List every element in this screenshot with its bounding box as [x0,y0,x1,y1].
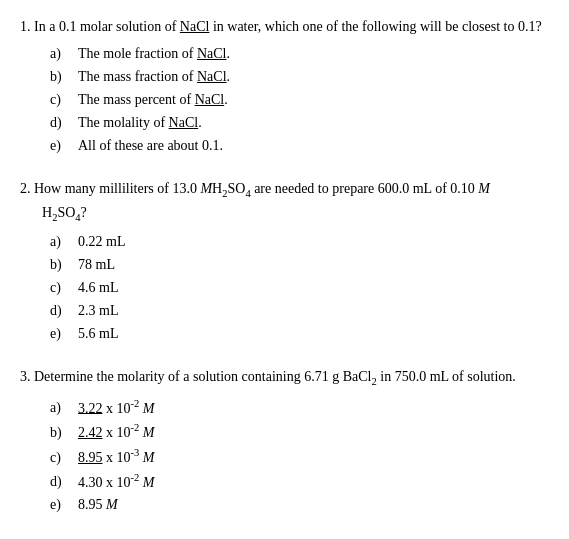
q2-option-b-label: b) [50,254,78,275]
list-item: b) 2.42 x 10-2 M [50,420,549,443]
q1-option-b-text: The mass fraction of NaCl. [78,66,230,87]
question-3: 3. Determine the molarity of a solution … [20,366,549,515]
list-item: d) 4.30 x 10-2 M [50,470,549,493]
list-item: b) 78 mL [50,254,549,275]
q3-content: 3. Determine the molarity of a solution … [20,369,516,384]
q2-option-c-label: c) [50,277,78,298]
list-item: b) The mass fraction of NaCl. [50,66,549,87]
q1-number: 1. In a 0.1 molar solution of NaCl in wa… [20,19,542,34]
list-item: e) 5.6 mL [50,323,549,344]
q2-option-e-label: e) [50,323,78,344]
list-item: d) 2.3 mL [50,300,549,321]
q1-option-a-label: a) [50,43,78,64]
q2-content-cont: H2SO4? [20,205,87,220]
q2-option-d-text: 2.3 mL [78,300,118,321]
q3-option-b-label: b) [50,422,78,443]
q1-option-d-label: d) [50,112,78,133]
question-2-text: 2. How many milliliters of 13.0 MH2SO4 a… [20,178,549,225]
question-2: 2. How many milliliters of 13.0 MH2SO4 a… [20,178,549,344]
q2-option-e-text: 5.6 mL [78,323,118,344]
question-1-text: 1. In a 0.1 molar solution of NaCl in wa… [20,16,549,37]
q1-option-e-label: e) [50,135,78,156]
q3-option-a-label: a) [50,397,78,418]
list-item: a) The mole fraction of NaCl. [50,43,549,64]
list-item: d) The molality of NaCl. [50,112,549,133]
question-1: 1. In a 0.1 molar solution of NaCl in wa… [20,16,549,156]
q3-option-e-label: e) [50,494,78,515]
list-item: a) 0.22 mL [50,231,549,252]
q2-option-b-text: 78 mL [78,254,115,275]
q2-options: a) 0.22 mL b) 78 mL c) 4.6 mL d) 2.3 mL … [20,231,549,344]
q1-option-e-text: All of these are about 0.1. [78,135,223,156]
q1-option-a-text: The mole fraction of NaCl. [78,43,230,64]
question-3-text: 3. Determine the molarity of a solution … [20,366,549,390]
q1-option-d-text: The molality of NaCl. [78,112,202,133]
q3-option-b-text: 2.42 x 10-2 M [78,420,154,443]
q1-option-b-label: b) [50,66,78,87]
q3-option-c-text: 8.95 x 10-3 M [78,445,154,468]
q3-option-d-text: 4.30 x 10-2 M [78,470,154,493]
q1-nacl: NaCl [180,19,210,34]
list-item: e) 8.95 M [50,494,549,515]
list-item: c) The mass percent of NaCl. [50,89,549,110]
q3-option-a-text: 3.22 x 10-2 M [78,396,154,419]
q3-option-c-label: c) [50,447,78,468]
q2-option-c-text: 4.6 mL [78,277,118,298]
q1-options: a) The mole fraction of NaCl. b) The mas… [20,43,549,156]
list-item: a) 3.22 x 10-2 M [50,396,549,419]
list-item: c) 8.95 x 10-3 M [50,445,549,468]
q1-option-c-text: The mass percent of NaCl. [78,89,228,110]
q2-option-d-label: d) [50,300,78,321]
q2-content: 2. How many milliliters of 13.0 MH2SO4 a… [20,181,490,196]
list-item: e) All of these are about 0.1. [50,135,549,156]
q2-option-a-label: a) [50,231,78,252]
q3-option-d-label: d) [50,471,78,492]
list-item: c) 4.6 mL [50,277,549,298]
q3-options: a) 3.22 x 10-2 M b) 2.42 x 10-2 M c) 8.9… [20,396,549,516]
q2-option-a-text: 0.22 mL [78,231,125,252]
q1-option-c-label: c) [50,89,78,110]
q3-option-e-text: 8.95 M [78,494,118,515]
